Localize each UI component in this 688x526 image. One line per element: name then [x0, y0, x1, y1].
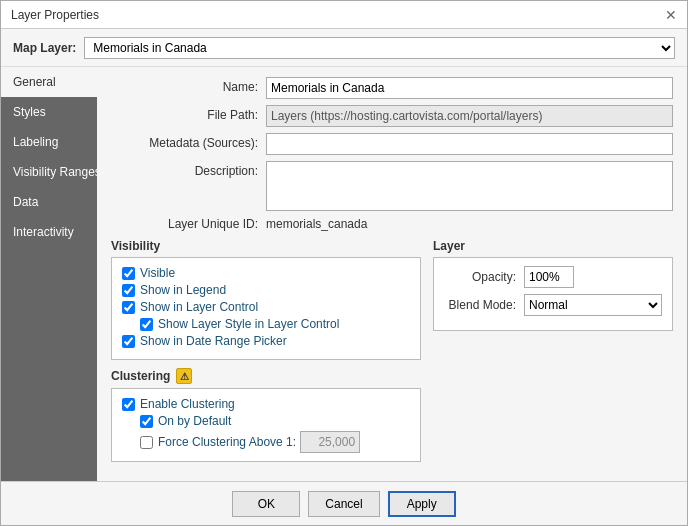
- clustering-title: Clustering: [111, 369, 170, 383]
- show-layer-control-row: Show in Layer Control: [122, 300, 410, 314]
- enable-clustering-row: Enable Clustering: [122, 397, 410, 411]
- show-layer-style-label[interactable]: Show Layer Style in Layer Control: [158, 317, 339, 331]
- ok-button[interactable]: OK: [232, 491, 300, 517]
- on-by-default-checkbox[interactable]: [140, 415, 153, 428]
- visibility-box: Visible Show in Legend Show in Layer Con…: [111, 257, 421, 360]
- show-layer-control-checkbox[interactable]: [122, 301, 135, 314]
- metadata-label: Metadata (Sources):: [111, 133, 266, 150]
- on-by-default-label[interactable]: On by Default: [158, 414, 231, 428]
- show-layer-style-row: Show Layer Style in Layer Control: [140, 317, 410, 331]
- force-clustering-checkbox[interactable]: [140, 436, 153, 449]
- on-by-default-row: On by Default: [140, 414, 410, 428]
- show-legend-label[interactable]: Show in Legend: [140, 283, 226, 297]
- footer: OK Cancel Apply: [1, 481, 687, 525]
- map-layer-select[interactable]: Memorials in Canada: [84, 37, 675, 59]
- visibility-title: Visibility: [111, 239, 421, 253]
- right-col: Layer Opacity: Blend Mode: Normal Multip…: [433, 239, 673, 470]
- layer-properties-dialog: Layer Properties ✕ Map Layer: Memorials …: [0, 0, 688, 526]
- enable-clustering-label[interactable]: Enable Clustering: [140, 397, 235, 411]
- show-date-label[interactable]: Show in Date Range Picker: [140, 334, 287, 348]
- description-label: Description:: [111, 161, 266, 178]
- unique-id-label: Layer Unique ID:: [111, 217, 266, 231]
- filepath-label: File Path:: [111, 105, 266, 122]
- layer-title: Layer: [433, 239, 673, 253]
- name-input[interactable]: [266, 77, 673, 99]
- content-area: General Styles Labeling Visibility Range…: [1, 67, 687, 481]
- layer-section: Opacity: Blend Mode: Normal Multiply Scr…: [433, 257, 673, 331]
- opacity-label: Opacity:: [444, 270, 524, 284]
- filepath-input: [266, 105, 673, 127]
- show-legend-row: Show in Legend: [122, 283, 410, 297]
- show-legend-checkbox[interactable]: [122, 284, 135, 297]
- unique-id-row: Layer Unique ID: memorials_canada: [111, 217, 673, 231]
- close-button[interactable]: ✕: [665, 8, 677, 22]
- show-date-row: Show in Date Range Picker: [122, 334, 410, 348]
- show-layer-style-checkbox[interactable]: [140, 318, 153, 331]
- name-label: Name:: [111, 77, 266, 94]
- show-layer-control-label[interactable]: Show in Layer Control: [140, 300, 258, 314]
- visible-checkbox[interactable]: [122, 267, 135, 280]
- clustering-header: Clustering ⚠: [111, 368, 421, 384]
- clustering-box: Enable Clustering On by Default Force Cl…: [111, 388, 421, 462]
- opacity-row: Opacity:: [444, 266, 662, 288]
- metadata-row: Metadata (Sources):: [111, 133, 673, 155]
- map-layer-row: Map Layer: Memorials in Canada: [1, 29, 687, 67]
- description-row: Description:: [111, 161, 673, 211]
- two-col-section: Visibility Visible Show in Legend Sho: [111, 239, 673, 470]
- force-clustering-input[interactable]: [300, 431, 360, 453]
- dialog-title: Layer Properties: [11, 8, 99, 22]
- title-bar: Layer Properties ✕: [1, 1, 687, 29]
- warning-icon: ⚠: [176, 368, 192, 384]
- opacity-input[interactable]: [524, 266, 574, 288]
- sidebar: General Styles Labeling Visibility Range…: [1, 67, 97, 481]
- force-clustering-label[interactable]: Force Clustering Above 1:: [158, 435, 296, 449]
- enable-clustering-checkbox[interactable]: [122, 398, 135, 411]
- force-cluster-row: Force Clustering Above 1:: [140, 431, 410, 453]
- sidebar-item-data[interactable]: Data: [1, 187, 97, 217]
- map-layer-label: Map Layer:: [13, 41, 76, 55]
- cancel-button[interactable]: Cancel: [308, 491, 379, 517]
- filepath-row: File Path:: [111, 105, 673, 127]
- blend-row: Blend Mode: Normal Multiply Screen Overl…: [444, 294, 662, 316]
- blend-label: Blend Mode:: [444, 298, 524, 312]
- left-col: Visibility Visible Show in Legend Sho: [111, 239, 421, 470]
- sidebar-item-styles[interactable]: Styles: [1, 97, 97, 127]
- sidebar-item-interactivity[interactable]: Interactivity: [1, 217, 97, 247]
- visible-label[interactable]: Visible: [140, 266, 175, 280]
- sidebar-item-labeling[interactable]: Labeling: [1, 127, 97, 157]
- show-date-checkbox[interactable]: [122, 335, 135, 348]
- blend-mode-select[interactable]: Normal Multiply Screen Overlay Darken Li…: [524, 294, 662, 316]
- sidebar-item-general[interactable]: General: [1, 67, 97, 97]
- name-row: Name:: [111, 77, 673, 99]
- metadata-input[interactable]: [266, 133, 673, 155]
- description-textarea[interactable]: [266, 161, 673, 211]
- sidebar-item-visibility-ranges[interactable]: Visibility Ranges: [1, 157, 97, 187]
- visible-row: Visible: [122, 266, 410, 280]
- main-panel: Name: File Path: Metadata (Sources): Des…: [97, 67, 687, 481]
- apply-button[interactable]: Apply: [388, 491, 456, 517]
- unique-id-value: memorials_canada: [266, 217, 367, 231]
